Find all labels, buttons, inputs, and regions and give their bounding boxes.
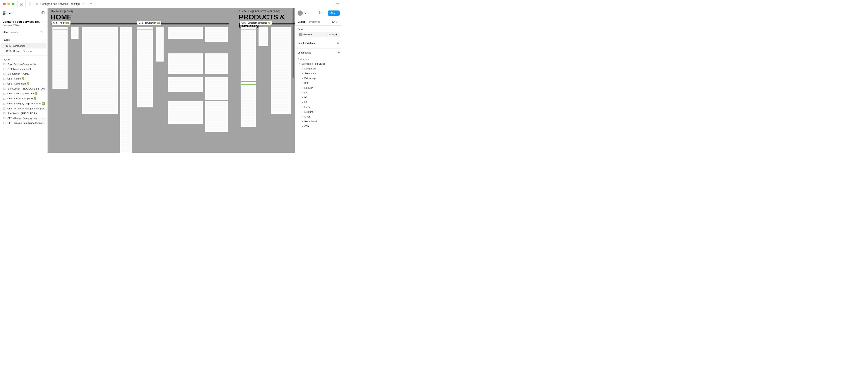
wireframe-thumbnail[interactable] <box>258 27 268 46</box>
chevron-down-icon[interactable] <box>324 12 326 14</box>
project-title[interactable]: Conagra Food Services Re… <box>0 18 48 24</box>
svg-point-24 <box>339 42 339 43</box>
wireframe-thumbnail[interactable] <box>82 27 118 114</box>
text-styles-header: Text styles <box>298 56 340 61</box>
svg-point-23 <box>338 43 338 44</box>
add-style-button[interactable]: + <box>338 51 340 54</box>
layer-item[interactable]: Site Section [HOME] <box>1 71 46 76</box>
svg-rect-17 <box>3 108 5 110</box>
frame-label-nav[interactable]: CFS - Navigation ✅ <box>137 21 161 25</box>
layer-item[interactable]: CFS - Product Detail page templat… <box>1 106 46 111</box>
svg-point-3 <box>3 13 5 14</box>
right-panel: Share Design Prototype 13% Page A3A3A3 1… <box>295 8 342 153</box>
svg-rect-14 <box>3 93 5 95</box>
present-button[interactable] <box>318 11 322 15</box>
settings-icon[interactable] <box>337 41 340 44</box>
wireframe-thumbnail[interactable] <box>168 27 203 39</box>
file-panel-tab[interactable]: File <box>2 29 9 35</box>
text-style-item[interactable]: ▸Navigation <box>298 66 340 71</box>
layer-item[interactable]: CFS - Recipe Detail page templat… <box>1 121 46 125</box>
svg-rect-13 <box>3 88 5 90</box>
design-tab[interactable]: Design <box>298 18 306 25</box>
share-button[interactable]: Share <box>328 10 340 16</box>
page-item[interactable]: CFS - Wireframes <box>1 43 46 49</box>
color-swatch[interactable] <box>299 33 302 36</box>
wireframe-thumbnail[interactable] <box>205 53 228 74</box>
layer-item[interactable]: CFS - Recipe Category page temp… <box>1 116 46 121</box>
text-style-item[interactable]: ▸Secondary <box>298 71 340 76</box>
wireframe-thumbnail[interactable] <box>241 27 256 81</box>
wireframe-thumbnail[interactable] <box>168 53 203 74</box>
layer-item[interactable]: CFS - Our Brands page ✅ <box>1 96 46 101</box>
layer-item[interactable]: Page Section Components <box>1 62 46 67</box>
wireframe-thumbnail[interactable] <box>137 27 153 108</box>
text-style-item[interactable]: ▸Extra-Small <box>298 119 340 124</box>
svg-rect-9 <box>3 68 5 70</box>
page-item[interactable]: CFS - Updated Sitemap <box>1 49 46 54</box>
wireframe-thumbnail[interactable] <box>271 27 291 114</box>
canvas-scrollbar-vertical[interactable] <box>292 8 294 152</box>
maximize-window-button[interactable] <box>12 3 14 5</box>
frame-label-home[interactable]: CFS - Home ✅ <box>52 21 70 25</box>
text-style-item[interactable]: ▸Extra-Large <box>298 76 340 81</box>
layer-item[interactable]: Site Section [PRODUCTS & BRAN… <box>1 86 46 91</box>
search-icon[interactable] <box>39 29 45 36</box>
text-style-item[interactable]: ▸H5 <box>298 95 340 100</box>
style-group[interactable]: ▾ Wireframe Text Styles <box>298 61 340 66</box>
color-opacity-value[interactable]: 100 <box>327 33 331 36</box>
eye-icon[interactable] <box>335 33 338 36</box>
wireframe-thumbnail[interactable] <box>168 101 203 124</box>
toggle-sidebar-icon[interactable] <box>41 11 45 15</box>
layer-item[interactable]: CFS - Home ✅ <box>1 76 46 81</box>
layer-item[interactable]: CFS - Directory template ✅ <box>1 91 46 96</box>
project-team-label[interactable]: Conagra (2024) <box>0 24 48 29</box>
color-hex-value[interactable]: A3A3A3 <box>303 33 325 36</box>
wireframe-thumbnail[interactable] <box>205 77 228 100</box>
text-style-item[interactable]: ▸Regular <box>298 85 340 90</box>
layer-item[interactable]: CFS - Navigation ✅ <box>1 81 46 86</box>
text-style-item[interactable]: ▸Bold <box>298 81 340 85</box>
figma-menu-button[interactable] <box>3 11 12 15</box>
home-button[interactable] <box>18 0 25 8</box>
file-tab[interactable]: Conagra Food Services Redesign ✕ <box>33 0 87 8</box>
wireframe-thumbnail[interactable] <box>168 77 203 92</box>
svg-rect-12 <box>3 83 5 85</box>
layer-item[interactable]: Prototype Component <box>1 67 46 71</box>
zoom-control[interactable]: 13% <box>332 21 340 23</box>
text-style-item[interactable]: ▸CTA <box>298 124 340 129</box>
wireframe-thumbnail[interactable] <box>205 101 228 132</box>
menu-dots-button[interactable]: ••• <box>333 2 342 6</box>
avatar[interactable] <box>298 10 303 16</box>
layer-item[interactable]: Site Section [RESOURCES] <box>1 111 46 116</box>
community-button[interactable] <box>25 0 33 8</box>
wireframe-thumbnail[interactable] <box>241 82 256 127</box>
scrollbar-thumb[interactable] <box>292 8 294 78</box>
wireframe-thumbnail[interactable] <box>205 27 228 42</box>
text-style-item[interactable]: ▸H6 <box>298 100 340 105</box>
wireframe-thumbnail[interactable] <box>156 27 164 62</box>
canvas[interactable]: Site Section [HOME] HOME Site Section [P… <box>48 8 295 153</box>
layers-header[interactable]: Layers <box>0 56 48 62</box>
layer-item[interactable]: CFS - Category page templates ✅ <box>1 101 46 106</box>
add-tab-button[interactable]: + <box>87 2 95 6</box>
svg-rect-11 <box>3 78 5 80</box>
svg-rect-18 <box>3 113 5 114</box>
prototype-tab[interactable]: Prototype <box>309 18 320 25</box>
close-tab-icon[interactable]: ✕ <box>82 2 85 5</box>
add-page-button[interactable]: + <box>43 38 45 42</box>
close-window-button[interactable] <box>3 3 6 5</box>
text-style-item[interactable]: ▸Medium <box>298 110 340 114</box>
pages-header[interactable]: Pages <box>3 38 10 42</box>
text-style-item[interactable]: ▸Large <box>298 105 340 110</box>
minimize-window-button[interactable] <box>7 3 10 5</box>
text-style-item[interactable]: ▸H4 <box>298 90 340 95</box>
text-style-item[interactable]: ▸Small <box>298 114 340 119</box>
page-background-color[interactable]: A3A3A3 100 % <box>298 32 340 37</box>
wireframe-thumbnail[interactable] <box>52 27 68 89</box>
wireframe-thumbnail[interactable] <box>71 27 79 39</box>
chevron-down-icon[interactable] <box>305 12 307 14</box>
section-title-home: HOME <box>51 13 72 21</box>
assets-panel-tab[interactable]: Assets <box>9 29 20 35</box>
frame-label-dir[interactable]: CFS - Directory template ✅ <box>240 21 272 25</box>
wireframe-thumbnail[interactable] <box>120 27 132 153</box>
